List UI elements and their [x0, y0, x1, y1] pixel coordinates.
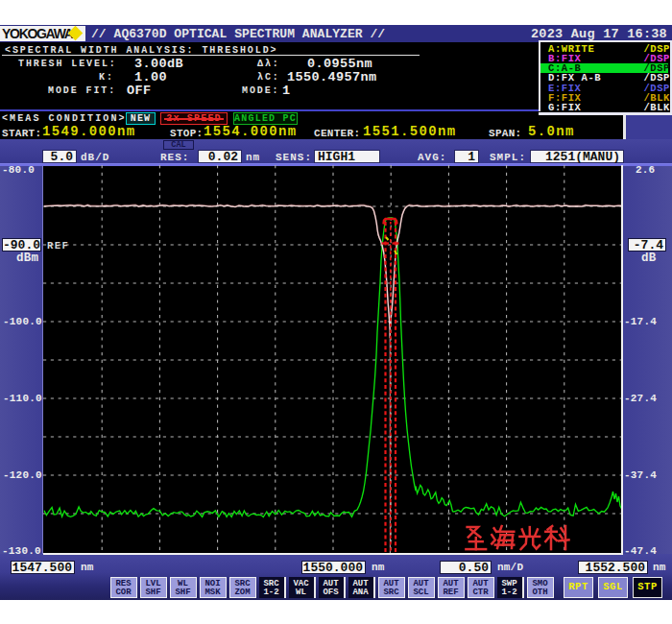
svg-text:REF: REF: [47, 240, 69, 252]
